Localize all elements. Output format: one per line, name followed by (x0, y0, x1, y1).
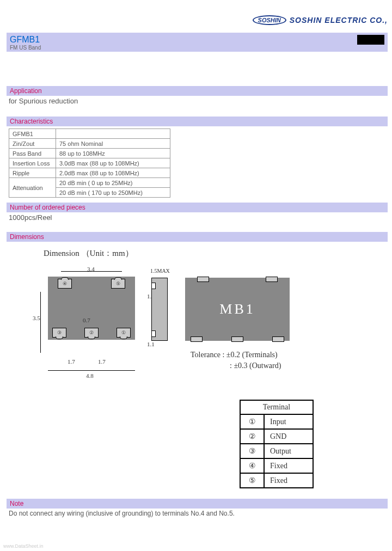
table-row: GFMB1 (9, 129, 170, 139)
notch-icon (151, 330, 156, 337)
section-heading-dimensions: Dimensions (7, 232, 388, 242)
application-text: for Spurious reduction (9, 97, 78, 105)
top-view: 3.4 3.5 ④ ⑤ ③ ② ① 1.1 1.1 0.7 1.7 1.7 4.… (48, 277, 135, 340)
company-name: SOSHIN ELECTRIC CO., (290, 16, 388, 25)
pad-icon (191, 336, 203, 342)
pad-1: ① (117, 328, 131, 338)
terminal-table: Terminal ①Input ②GND ③Output ④Fixed ⑤Fix… (240, 400, 314, 488)
pad-2: ② (84, 328, 99, 338)
char-part: GFMB1 (9, 129, 56, 139)
part-description: FM US Band (10, 45, 41, 51)
pad-4: ④ (58, 279, 72, 289)
pad-5: ⑤ (111, 279, 125, 289)
pad-3: ③ (52, 328, 66, 338)
table-row: ④Fixed (240, 458, 313, 473)
tolerance-line1: Tolerance : ±0.2 (Terminals) (191, 350, 281, 360)
chip-marking: MB1 (219, 301, 255, 317)
dim-1-7a: 1.7 (68, 358, 75, 365)
black-box-icon (357, 35, 384, 45)
table-row: Insertion Loss3.0dB max (88 up to 108MHz… (9, 158, 170, 168)
ordered-text: 1000pcs/Reel (9, 213, 52, 222)
table-row: Pass Band88 up to 108MHz (9, 149, 170, 158)
table-row: Terminal (240, 400, 313, 414)
table-row: ①Input (240, 414, 313, 429)
note-text: Do not connect any wiring (inclusive of … (9, 510, 235, 517)
notch-icon (151, 283, 156, 289)
dim-arrow-icon (48, 370, 135, 371)
table-row: ⑤Fixed (240, 473, 313, 488)
dim-4-8: 4.8 (86, 372, 94, 379)
dim-0-7: 0.7 (83, 317, 90, 323)
pad-icon (231, 336, 243, 342)
logo-oval: SOSHIN (253, 15, 286, 25)
dim-3-5: 3.5 (33, 315, 40, 321)
part-number: GFMB1 (10, 35, 41, 45)
title-left: GFMB1 FM US Band (10, 35, 41, 51)
side-view (151, 278, 168, 341)
dim-1-5max: 1.5MAX (150, 268, 170, 274)
terminal-heading: Terminal (240, 400, 313, 414)
dim-3-4: 3.4 (87, 266, 95, 272)
section-heading-note: Note (7, 499, 388, 509)
table-row: Ripple2.0dB max (88 up to 108MHz) (9, 168, 170, 178)
label-view: MB1 (185, 278, 290, 341)
dim-1-7b: 1.7 (98, 358, 106, 365)
characteristics-table: GFMB1 Zin/Zout75 ohm Nominal Pass Band88… (9, 128, 170, 198)
header-logo: SOSHIN SOSHIN ELECTRIC CO., (253, 15, 388, 25)
table-row: Attenuation20 dB min ( 0 up to 25MHz) (9, 178, 170, 188)
dimension-diagram: 3.4 3.5 ④ ⑤ ③ ② ① 1.1 1.1 0.7 1.7 1.7 4.… (38, 264, 354, 367)
tolerance-line2: : ±0.3 (Outward) (191, 360, 281, 371)
section-heading-application: Application (7, 86, 388, 96)
title-bar: GFMB1 FM US Band (7, 33, 388, 52)
pad-icon (197, 277, 209, 282)
pad-icon (266, 277, 278, 282)
table-row: ③Output (240, 444, 313, 458)
tolerance-text: Tolerance : ±0.2 (Terminals) : ±0.3 (Out… (191, 350, 281, 371)
section-heading-ordered: Number of ordered pieces (7, 203, 388, 212)
section-heading-characteristics: Characteristics (7, 117, 388, 126)
dimension-title: Dimension （Unit：mm） (44, 248, 133, 259)
dim-1-1b: 1.1 (147, 341, 155, 347)
table-row: ②GND (240, 429, 313, 444)
dim-arrow-icon (40, 292, 41, 353)
chip-body: ④ ⑤ ③ ② ① (48, 277, 135, 340)
pad-icon (272, 336, 284, 342)
table-row: Zin/Zout75 ohm Nominal (9, 139, 170, 149)
watermark: www.DataSheet.in (3, 543, 44, 549)
